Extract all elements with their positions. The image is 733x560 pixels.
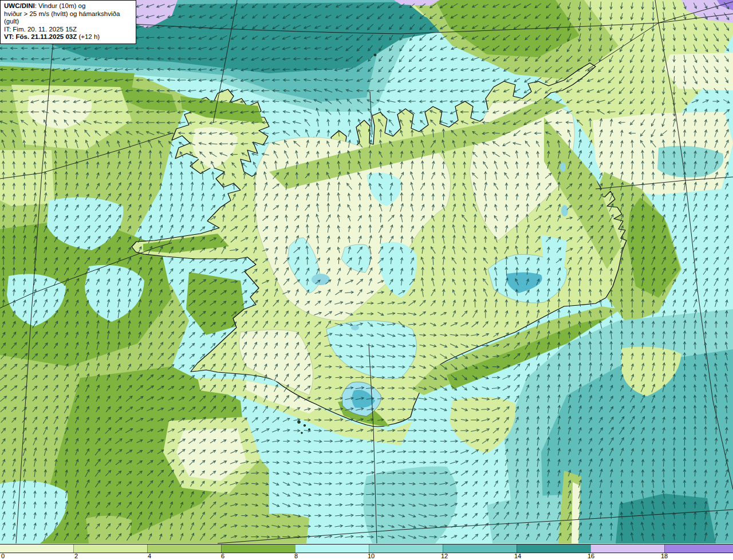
title-line-2: hviður > 25 m/s (hvítt) og hámarkshviða … [4,10,132,26]
colorbar-tick-label: 6 [221,553,224,559]
colorbar-segment [664,545,733,553]
colorbar-segment [443,545,517,553]
lake-ne1 [560,163,566,172]
colorbar-tick-label: 10 [368,553,375,559]
colorbar-tick-label: 12 [441,553,448,559]
ocean-west-L2b [0,150,54,206]
lake-ne2 [561,205,568,216]
colorbar-tick-label: 0 [1,553,5,559]
colorbar-segment [147,545,221,553]
colorbar-tick-label: 18 [661,553,668,559]
colorbar-segment [0,545,73,553]
colorbar-swatches [0,544,733,553]
glacier-vatna-band [541,235,567,269]
colorbar-tick-label: 14 [514,553,521,559]
weather-map-stage: UWC/DINI: Vindur (10m) og hviður > 25 m/… [0,0,733,560]
model-name: UWC/DINI [4,2,35,9]
title-line-3: IT: Fim. 20. 11. 2025 15Z [4,26,132,34]
colorbar-tick-label: 2 [74,553,78,559]
colorbar-labels: 024681012141618 [0,553,733,560]
title-box: UWC/DINI: Vindur (10m) og hviður > 25 m/… [0,0,136,44]
colorbar-segment [73,545,147,553]
colorbar-tick-label: 8 [294,553,298,559]
wind-map [0,0,733,544]
colorbar-segment [369,545,443,553]
colorbar-segment [295,545,369,553]
grimsey-island [374,54,376,56]
colorbar: 024681012141618 [0,544,733,560]
colorbar-tick-label: 4 [148,553,151,559]
lake-thingvallavatn [312,274,330,285]
colorbar-tick-label: 16 [588,553,594,559]
title-line-1: UWC/DINI: Vindur (10m) og [4,2,132,10]
colorbar-segment [590,545,664,553]
colorbar-segment [517,545,590,553]
title-line-4: VT: Fös. 21.11.2025 03Z (+12 h) [4,33,132,41]
ocean-sc-green4 [86,516,132,543]
colorbar-segment [221,545,295,553]
